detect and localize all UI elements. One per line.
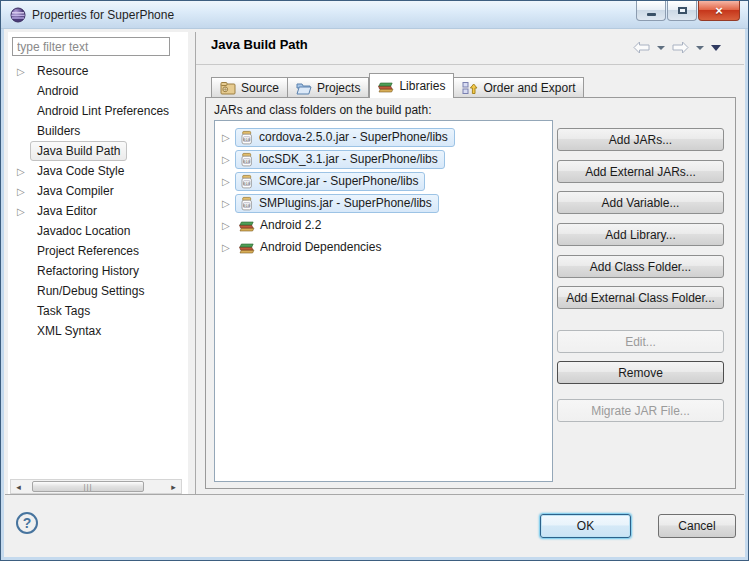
build-path-entry[interactable]: ▷ 010 Android 2.2 <box>215 214 552 236</box>
close-icon: × <box>715 4 723 17</box>
sidebar-item-label: Refactoring History <box>30 261 146 281</box>
build-path-entry[interactable]: ▷ 010 SMCore.jar - SuperPhone/libs <box>215 170 552 192</box>
jar-icon: 010 <box>239 196 254 211</box>
sidebar: ▷ Resource ▷ Android ▷ Android Lint Pref… <box>8 32 188 495</box>
question-mark-icon: ? <box>23 515 32 531</box>
minimize-button[interactable] <box>636 1 666 21</box>
list-label: JARs and class folders on the build path… <box>214 103 431 117</box>
scrollbar-thumb[interactable]: ||| <box>32 481 144 492</box>
expand-arrow-icon[interactable]: ▷ <box>17 166 30 177</box>
tab-label: Projects <box>317 81 360 95</box>
maximize-button[interactable] <box>667 1 697 21</box>
ok-button[interactable]: OK <box>540 514 631 538</box>
add-library-button[interactable]: Add Library... <box>557 223 724 246</box>
add-variable-button[interactable]: Add Variable... <box>557 191 724 214</box>
sidebar-item-android[interactable]: ▷ Android <box>8 81 188 101</box>
forward-dropdown-icon[interactable] <box>696 46 704 50</box>
entry-label: cordova-2.5.0.jar - SuperPhone/libs <box>259 130 448 144</box>
library-icon <box>239 218 255 232</box>
sidebar-item-label: Resource <box>30 61 95 81</box>
sidebar-item-task-tags[interactable]: ▷ Task Tags <box>8 301 188 321</box>
sidebar-item-label: Project References <box>30 241 146 261</box>
sidebar-item-project-references[interactable]: ▷ Project References <box>8 241 188 261</box>
sidebar-item-resource[interactable]: ▷ Resource <box>8 61 188 81</box>
sidebar-item-run-debug-settings[interactable]: ▷ Run/Debug Settings <box>8 281 188 301</box>
cancel-button[interactable]: Cancel <box>658 514 736 538</box>
expand-arrow-icon[interactable]: ▷ <box>17 66 30 77</box>
remove-button[interactable]: Remove <box>557 361 724 384</box>
tab-source[interactable]: Source <box>211 77 288 98</box>
entry-label: SMCore.jar - SuperPhone/libs <box>259 174 418 188</box>
entry-label: locSDK_3.1.jar - SuperPhone/libs <box>259 152 438 166</box>
sidebar-item-label: XML Syntax <box>30 321 108 341</box>
build-path-entry[interactable]: ▷ 010 SMPlugins.jar - SuperPhone/libs <box>215 192 552 214</box>
sidebar-item-refactoring-history[interactable]: ▷ Refactoring History <box>8 261 188 281</box>
page-title: Java Build Path <box>211 37 308 52</box>
svg-text:010: 010 <box>243 203 251 207</box>
add-external-class-folder-button[interactable]: Add External Class Folder... <box>557 286 724 309</box>
sidebar-item-javadoc-location[interactable]: ▷ Javadoc Location <box>8 221 188 241</box>
help-button[interactable]: ? <box>16 512 38 534</box>
svg-text:010: 010 <box>243 181 251 185</box>
jar-icon: 010 <box>239 152 254 167</box>
tab-libraries[interactable]: Libraries <box>369 73 454 98</box>
view-menu-icon[interactable] <box>711 45 721 51</box>
sidebar-item-label: Android Lint Preferences <box>30 101 176 121</box>
expand-arrow-icon[interactable]: ▷ <box>222 242 235 253</box>
expand-arrow-icon[interactable]: ▷ <box>222 154 235 165</box>
build-path-list[interactable]: ▷ 010 cordova-2.5.0.jar - SuperPhone/lib… <box>214 120 553 482</box>
back-dropdown-icon[interactable] <box>657 46 665 50</box>
maximize-icon <box>678 7 687 14</box>
close-button[interactable]: × <box>698 1 740 21</box>
svg-text:010: 010 <box>243 159 251 163</box>
expand-arrow-icon[interactable]: ▷ <box>222 198 235 209</box>
minimize-icon <box>647 13 656 16</box>
sidebar-item-java-editor[interactable]: ▷ Java Editor <box>8 201 188 221</box>
sidebar-item-java-build-path[interactable]: ▷ Java Build Path <box>8 141 188 161</box>
books-icon <box>378 79 394 93</box>
jar-icon: 010 <box>239 130 254 145</box>
sidebar-item-java-code-style[interactable]: ▷ Java Code Style <box>8 161 188 181</box>
jar-icon: 010 <box>239 174 254 189</box>
expand-arrow-icon[interactable]: ▷ <box>17 206 30 217</box>
filter-input[interactable] <box>12 37 170 56</box>
tab-order-and-export[interactable]: Order and Export <box>454 77 584 98</box>
sidebar-item-label: Builders <box>30 121 87 141</box>
eclipse-icon <box>10 7 26 23</box>
sidebar-item-label: Android <box>30 81 85 101</box>
add-jars-button[interactable]: Add JARs... <box>557 128 724 151</box>
build-path-entry[interactable]: ▷ 010 Android Dependencies <box>215 236 552 258</box>
tab-label: Libraries <box>399 79 445 93</box>
sidebar-item-builders[interactable]: ▷ Builders <box>8 121 188 141</box>
sidebar-item-android-lint-preferences[interactable]: ▷ Android Lint Preferences <box>8 101 188 121</box>
title-bar[interactable]: Properties for SuperPhone × <box>1 1 748 29</box>
panel-splitter[interactable] <box>195 32 196 495</box>
properties-dialog: Properties for SuperPhone × ▷ Resource ▷… <box>0 0 749 561</box>
history-navbar <box>633 41 721 54</box>
order-export-icon <box>462 81 478 95</box>
sidebar-item-label: Java Code Style <box>30 161 131 181</box>
sidebar-item-java-compiler[interactable]: ▷ Java Compiler <box>8 181 188 201</box>
sidebar-item-xml-syntax[interactable]: ▷ XML Syntax <box>8 321 188 341</box>
scroll-right-arrow-icon[interactable]: ▸ <box>166 480 181 493</box>
expand-arrow-icon[interactable]: ▷ <box>222 132 235 143</box>
sidebar-item-label: Java Compiler <box>30 181 121 201</box>
add-external-jars-button[interactable]: Add External JARs... <box>557 160 724 183</box>
sidebar-horizontal-scrollbar[interactable]: ◂ ||| ▸ <box>10 479 182 494</box>
scrollbar-grip-icon: ||| <box>83 483 92 491</box>
library-icon <box>239 240 255 254</box>
header-separator <box>196 64 744 65</box>
build-path-entry[interactable]: ▷ 010 cordova-2.5.0.jar - SuperPhone/lib… <box>215 126 552 148</box>
scroll-left-arrow-icon[interactable]: ◂ <box>11 480 26 493</box>
window-title: Properties for SuperPhone <box>32 8 174 22</box>
add-class-folder-button[interactable]: Add Class Folder... <box>557 255 724 278</box>
build-path-entry[interactable]: ▷ 010 locSDK_3.1.jar - SuperPhone/libs <box>215 148 552 170</box>
back-icon[interactable] <box>633 41 650 54</box>
expand-arrow-icon[interactable]: ▷ <box>222 176 235 187</box>
expand-arrow-icon[interactable]: ▷ <box>222 220 235 231</box>
sidebar-tree: ▷ Resource ▷ Android ▷ Android Lint Pref… <box>8 61 188 341</box>
forward-icon[interactable] <box>672 41 689 54</box>
tab-projects[interactable]: Projects <box>288 77 369 98</box>
expand-arrow-icon[interactable]: ▷ <box>17 186 30 197</box>
sidebar-item-label: Javadoc Location <box>30 221 137 241</box>
